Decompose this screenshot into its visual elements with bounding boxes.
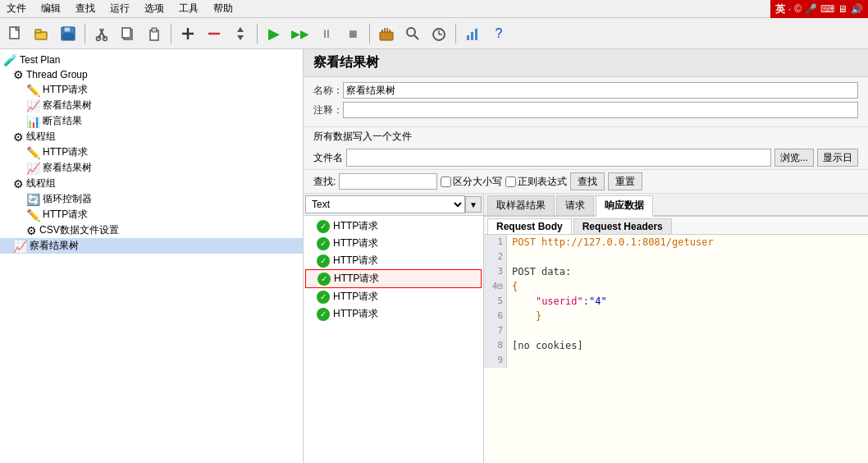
line-num-9: 9 [484,353,507,368]
tree-item-result-tree-main[interactable]: 📈 察看结果树 [0,238,303,254]
list-item[interactable]: ✓ HTTP请求 [305,235,482,252]
tree-label-http-req-2: HTTP请求 [43,145,88,159]
file-input[interactable] [346,149,771,167]
menu-bar: 文件 编辑 查找 运行 选项 工具 帮助 英 · © 🎤 ⌨ 🖥 🔊 [0,0,868,18]
result-item-label: HTTP请求 [333,219,378,233]
menu-tools[interactable]: 工具 [176,1,202,16]
code-line-8: 8 [no cookies] [484,338,868,353]
move-button[interactable] [228,21,253,46]
line-content-5: "userid":"4" [507,294,607,309]
tree-item-result-tree-1[interactable]: 📈 察看结果树 [0,98,303,113]
code-line-5: 5 "userid":"4" [484,294,868,309]
svg-rect-13 [152,28,157,32]
result-toolbar: Text ▼ [304,194,483,216]
run-button[interactable]: ▶ [262,21,286,46]
code-area: 1 POST http://127.0.0.1:8081/getuser 2 3… [484,235,868,463]
reset-button[interactable]: 重置 [608,172,642,190]
tree-item-thread-group-3[interactable]: ⚙ 线程组 [0,176,303,191]
case-sensitive-check[interactable]: 区分大小写 [441,175,502,189]
tree-panel: 🧪 Test Plan ⚙ Thread Group ✏️ HTTP请求 📈 察… [0,49,304,463]
menu-file[interactable]: 文件 [3,1,30,16]
svg-point-24 [407,28,415,36]
success-icon: ✓ [317,254,330,268]
list-item-selected[interactable]: ✓ HTTP请求 [305,269,482,288]
thread-group-3-icon: ⚙ [13,177,24,190]
result-toggle-btn[interactable]: ▼ [465,196,482,213]
result-tree-2-icon: 📈 [26,162,40,175]
timer-button[interactable] [427,21,451,46]
result-item-label: HTTP请求 [333,307,378,321]
copy-button[interactable] [116,21,140,46]
stats-button[interactable] [460,21,485,46]
paste-button[interactable] [142,21,167,46]
menu-find[interactable]: 查找 [72,1,98,16]
comment-input[interactable] [343,102,858,118]
name-input[interactable] [343,82,858,99]
tab-response-data[interactable]: 响应数据 [596,195,653,217]
help-button[interactable]: ? [487,21,511,46]
line-content-7 [507,323,512,338]
cut-button[interactable] [89,21,114,46]
search-toolbar-button[interactable] [400,21,425,46]
list-item[interactable]: ✓ HTTP请求 [305,305,482,323]
line-num-5: 5 [484,294,507,309]
tree-item-http-req-2[interactable]: ✏️ HTTP请求 [0,144,303,160]
save-button[interactable] [56,21,80,46]
regex-check[interactable]: 正则表达式 [505,175,567,189]
list-item[interactable]: ✓ HTTP请求 [305,288,482,305]
tree-item-test-plan[interactable]: 🧪 Test Plan [0,53,303,67]
case-sensitive-checkbox[interactable] [441,176,451,187]
csv-data-icon: ⚙ [26,224,37,237]
clear-button[interactable] [374,21,399,46]
menu-run[interactable]: 运行 [107,1,133,16]
subtab-request-body[interactable]: Request Body [487,218,572,234]
run-no-pause-button[interactable]: ▶▶ [288,21,313,46]
tree-item-assert-1[interactable]: 📊 断言结果 [0,113,303,129]
tree-item-result-tree-2[interactable]: 📈 察看结果树 [0,160,303,176]
result-tree-1-icon: 📈 [26,99,40,112]
tree-item-http-req-1[interactable]: ✏️ HTTP请求 [0,82,303,98]
line-num-7: 7 [484,323,507,338]
code-line-7: 7 [484,323,868,338]
list-item[interactable]: ✓ HTTP请求 [305,252,482,269]
search-input[interactable] [339,173,437,190]
tree-label-result-tree-1: 察看结果树 [43,99,92,112]
line-content-8: [no cookies] [507,338,583,353]
result-dropdown[interactable]: Text [305,195,465,213]
line-content-1: POST http://127.0.0.1:8081/getuser [507,235,714,250]
stop-button[interactable]: ⏹ [340,21,365,46]
tab-sampler-result[interactable]: 取样器结果 [487,195,555,215]
result-item-label: HTTP请求 [333,254,378,268]
tree-label-http-req-1: HTTP请求 [43,83,88,97]
tree-item-http-req-3[interactable]: ✏️ HTTP请求 [0,207,303,222]
line-num-4: 4⊟ [484,279,507,294]
tab-request[interactable]: 请求 [556,195,594,215]
content-area: Text ▼ ✓ HTTP请求 ✓ HTTP请求 [304,194,868,463]
file-label: 文件名 [313,151,343,165]
new-button[interactable] [3,21,28,46]
display-button[interactable]: 显示日 [817,149,858,167]
remove-button[interactable] [202,21,226,46]
main-tabs: 取样器结果 请求 响应数据 [484,194,868,217]
result-item-label: HTTP请求 [333,236,378,250]
subtab-request-headers[interactable]: Request Headers [573,218,672,234]
tree-label-thread-group-3: 线程组 [26,176,56,190]
menu-help[interactable]: 帮助 [210,1,236,16]
menu-edit[interactable]: 编辑 [38,1,64,16]
find-button[interactable]: 查找 [570,172,605,190]
code-line-6: 6 } [484,309,868,323]
tree-item-loop-ctrl[interactable]: 🔄 循环控制器 [0,191,303,207]
menu-options[interactable]: 选项 [141,1,167,16]
list-item[interactable]: ✓ HTTP请求 [305,218,482,235]
pause-button[interactable]: ⏸ [314,21,339,46]
tree-item-csv-data[interactable]: ⚙ CSV数据文件设置 [0,222,303,238]
regex-checkbox[interactable] [505,176,516,187]
add-button[interactable] [176,21,200,46]
tree-item-thread-group-1[interactable]: ⚙ Thread Group [0,67,303,82]
browse-button[interactable]: 浏览... [774,149,814,167]
sub-tabs: Request Body Request Headers [484,217,868,235]
open-button[interactable] [30,21,54,46]
tree-item-thread-group-2[interactable]: ⚙ 线程组 [0,129,303,144]
code-line-4: 4⊟ { [484,279,868,294]
result-tree-main-icon: 📈 [13,240,27,253]
